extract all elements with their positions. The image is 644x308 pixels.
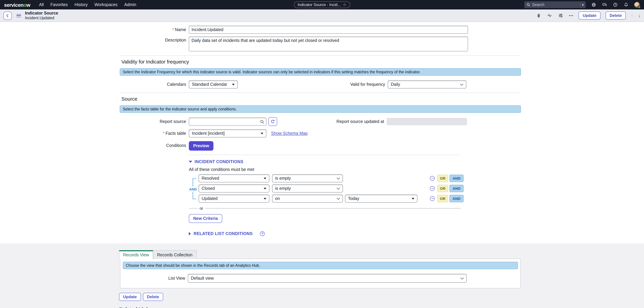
related-list-conditions-header[interactable]: RELATED LIST CONDITIONS ? [189,231,460,236]
remove-condition-icon[interactable] [430,176,434,181]
list-view-value: Default view [191,276,214,281]
or-button[interactable]: OR [437,175,448,182]
chevron-down-icon [337,176,340,180]
name-label: *Name [0,27,189,32]
more-actions-icon[interactable]: ••• [569,14,574,17]
menu-favorites[interactable]: Favorites [50,2,68,7]
and-button[interactable]: AND [450,175,464,182]
and-button[interactable]: AND [450,195,464,202]
report-source-row: Report source Report source updated at [0,117,644,126]
favorite-star-icon[interactable]: ☆ [343,2,346,7]
footer-update-button[interactable]: Update [119,293,141,301]
menu-all[interactable]: All [39,2,44,7]
reference-lookup-icon[interactable] [260,119,264,124]
form-title: Indicator Source Incident.Updated [25,11,58,20]
tab-records-collection[interactable]: Records Collection [153,250,196,259]
divider-line [205,208,460,209]
help-circle-icon[interactable]: ? [260,231,265,236]
form-content: *Name Description Daily data set of inci… [0,22,644,243]
menu-admin[interactable]: Admin [124,2,136,7]
back-button[interactable] [3,11,12,20]
servicenow-logo[interactable]: servicenow [4,2,30,8]
facts-table-select[interactable]: Incident [incident] [189,129,266,137]
user-avatar[interactable] [634,2,640,8]
source-heading: Source [122,96,644,102]
footer-buttons: Update Delete [119,293,644,301]
valid-for-frequency-select[interactable]: Daily [388,80,466,88]
operator-select[interactable]: is empty [272,184,343,193]
form-context-menu-icon[interactable] [16,14,21,17]
calendars-label: Calendars [0,82,189,87]
new-criteria-button[interactable]: New Criteria [189,214,222,223]
field-select[interactable]: Closed [198,184,270,193]
and-button[interactable]: AND [450,185,464,192]
delete-button[interactable]: Delete [606,12,626,20]
form-toolbar: Indicator Source Incident.Updated ••• Up… [0,10,644,22]
condition-rows: AND Resolved is empty OR AND Closed is e… [189,174,460,203]
menu-workspaces[interactable]: Workspaces [94,2,118,7]
globe-icon[interactable] [591,2,596,8]
attachment-paperclip-icon[interactable] [536,13,542,19]
app-root: servicenow All Favorites History Workspa… [0,0,644,308]
search-scope-caret-icon[interactable]: ▾ [582,3,584,7]
validity-heading: Validity for Indicator frequency [122,59,644,65]
notifications-bell-icon[interactable] [624,2,629,8]
list-view-select[interactable]: Default view [188,274,467,283]
divider-line [189,208,198,209]
tab-records-view[interactable]: Records View [119,250,153,259]
brand-post: w [26,2,30,8]
section-divider [120,93,521,93]
chat-icon[interactable] [602,2,607,8]
calendars-row: Calendars Standard Calendar Valid for fr… [0,80,644,88]
conditions-subtext: All of these conditions must be met [189,167,460,172]
show-schema-map-link[interactable]: Show Schema Map [271,131,308,136]
field-select[interactable]: Resolved [198,174,270,182]
record-pill[interactable]: Indicator Source - Incid... ☆ [294,1,350,8]
refresh-report-source-button[interactable] [268,117,277,126]
or-button[interactable]: OR [437,185,448,192]
section-divider [120,55,521,56]
condition-builder: INCIDENT CONDITIONS All of these conditi… [189,155,460,236]
records-tabs: Records View Records Collection [119,250,644,259]
remove-condition-icon[interactable] [430,186,434,191]
activity-stream-icon[interactable] [547,13,553,19]
next-record-icon[interactable]: ↓ [638,13,641,18]
facts-table-label: *Facts table [0,131,189,136]
records-view-panel: Choose the view that should be shown in … [120,259,520,288]
personalize-sliders-icon[interactable] [558,13,564,19]
operator-select[interactable]: is empty [272,174,343,182]
form-title-record: Incident.Updated [25,16,58,20]
condition-row-3: Updated on Today OR AND [198,195,460,203]
dropdown-triangle-icon [412,198,414,199]
report-source-input[interactable] [189,117,266,126]
field-select[interactable]: Updated [198,195,270,203]
value-select[interactable]: Today [345,195,418,203]
report-source-updated-at-field [387,118,467,125]
or-button[interactable]: OR [437,195,448,202]
records-info-banner: Choose the view that should be shown in … [123,262,518,269]
global-search[interactable]: ▾ [524,1,586,8]
top-menu: All Favorites History Workspaces Admin [39,2,136,7]
previous-record-icon[interactable]: ↑ [631,13,633,18]
update-button[interactable]: Update [579,12,600,20]
chevron-down-icon [460,276,464,279]
collapse-triangle-icon [189,161,192,163]
chevron-down-icon [337,186,340,190]
toolbar-actions: ••• Update Delete ↑ ↓ [536,12,641,20]
remove-condition-icon[interactable] [430,196,434,201]
required-icon: * [163,131,164,136]
help-icon[interactable]: ? [613,2,618,8]
dropdown-triangle-icon [232,84,235,85]
menu-history[interactable]: History [74,2,88,7]
name-input[interactable] [189,26,468,34]
incident-conditions-header[interactable]: INCIDENT CONDITIONS [189,160,460,164]
operator-select[interactable]: on [272,195,343,203]
expand-triangle-icon [189,232,191,235]
description-textarea[interactable]: Daily data set of incidents that are upd… [189,37,468,51]
footer-delete-button[interactable]: Delete [143,293,163,301]
calendars-select[interactable]: Standard Calendar [189,80,238,88]
search-input[interactable] [532,3,578,7]
dropdown-triangle-icon [264,178,266,179]
lower-section: Records View Records Collection Choose t… [0,243,644,308]
preview-button[interactable]: Preview [189,141,214,151]
